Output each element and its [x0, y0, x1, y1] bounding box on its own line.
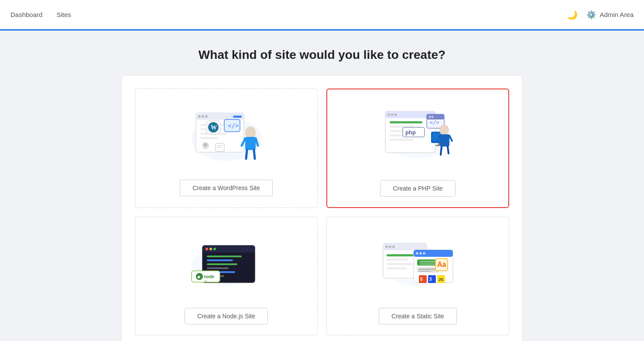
svg-text:Aa: Aa: [437, 261, 446, 268]
nav-dashboard[interactable]: Dashboard: [10, 11, 42, 18]
svg-rect-17: [245, 137, 256, 150]
nav-sites[interactable]: Sites: [56, 11, 71, 18]
admin-icon: ⚙️: [586, 10, 596, 20]
wordpress-illustration: W </>: [144, 102, 308, 167]
svg-point-77: [392, 246, 395, 248]
svg-line-54: [448, 147, 449, 153]
svg-text:.js: .js: [204, 280, 207, 283]
svg-rect-24: [217, 147, 221, 148]
svg-point-60: [213, 248, 216, 250]
svg-point-75: [385, 246, 388, 248]
cards-container: W </>: [121, 75, 523, 341]
svg-text:node: node: [204, 274, 214, 279]
svg-rect-89: [420, 263, 435, 265]
svg-point-6: [205, 115, 208, 118]
svg-rect-62: [207, 259, 233, 261]
svg-point-26: [204, 143, 207, 147]
svg-point-58: [206, 248, 208, 250]
svg-point-40: [428, 116, 431, 118]
svg-rect-91: [419, 269, 435, 270]
svg-rect-61: [207, 256, 242, 257]
svg-point-41: [431, 116, 433, 118]
main-content: What kind of site would you like to crea…: [0, 31, 644, 341]
svg-point-31: [391, 113, 394, 116]
svg-rect-81: [387, 267, 406, 269]
svg-point-4: [198, 115, 201, 118]
svg-rect-37: [390, 139, 414, 141]
svg-line-21: [254, 150, 255, 159]
php-illustration: </> php: [336, 102, 500, 168]
page-title: What kind of site would you like to crea…: [199, 48, 445, 62]
svg-point-30: [387, 113, 390, 116]
svg-point-86: [423, 252, 425, 255]
static-card[interactable]: Aa 5 3 JS Create a Static Site: [326, 217, 509, 335]
svg-point-76: [389, 246, 391, 248]
svg-rect-64: [207, 267, 229, 269]
svg-text:5: 5: [420, 277, 423, 282]
static-illustration: Aa 5 3 JS: [336, 230, 500, 296]
create-wordpress-button[interactable]: Create a WordPress Site: [180, 180, 273, 196]
php-card[interactable]: </> php Create: [326, 89, 509, 208]
svg-point-5: [202, 115, 204, 118]
svg-point-84: [416, 252, 418, 255]
admin-area-button[interactable]: ⚙️ Admin Area: [586, 10, 634, 20]
create-nodejs-button[interactable]: Create a Node.js Site: [185, 308, 268, 324]
svg-text:php: php: [405, 129, 416, 136]
create-static-button[interactable]: Create a Static Site: [379, 308, 457, 324]
svg-line-20: [246, 150, 247, 159]
svg-rect-80: [387, 263, 413, 265]
svg-point-59: [209, 248, 212, 250]
svg-point-32: [394, 113, 397, 116]
navbar-left: Dashboard Sites: [10, 11, 71, 18]
navbar: Dashboard Sites 🌙 ⚙️ Admin Area: [0, 0, 644, 31]
svg-text:3: 3: [429, 277, 432, 282]
svg-line-53: [441, 147, 442, 155]
svg-point-49: [439, 125, 449, 135]
svg-point-16: [245, 126, 256, 139]
nodejs-illustration: ◈ node .js: [144, 230, 308, 296]
svg-rect-3: [233, 116, 242, 118]
svg-text:</>: </>: [228, 122, 239, 129]
create-php-button[interactable]: Create a PHP Site: [380, 180, 455, 197]
svg-rect-63: [207, 263, 237, 265]
svg-text:W: W: [211, 124, 217, 131]
svg-text:</>: </>: [430, 119, 439, 126]
nodejs-card[interactable]: ◈ node .js Create a Node.js Site: [135, 217, 318, 335]
svg-rect-79: [387, 259, 408, 261]
svg-rect-10: [200, 137, 218, 139]
dark-mode-icon[interactable]: 🌙: [567, 10, 578, 20]
admin-area-label: Admin Area: [599, 11, 634, 18]
svg-rect-78: [387, 254, 415, 256]
svg-text:◈: ◈: [197, 275, 201, 279]
navbar-right: 🌙 ⚙️ Admin Area: [567, 10, 634, 20]
wordpress-card[interactable]: W </>: [135, 89, 318, 208]
svg-rect-23: [217, 145, 223, 146]
svg-rect-33: [390, 121, 422, 123]
svg-rect-92: [419, 271, 431, 272]
svg-rect-50: [440, 134, 449, 147]
svg-text:JS: JS: [438, 277, 443, 282]
svg-point-85: [419, 252, 422, 255]
